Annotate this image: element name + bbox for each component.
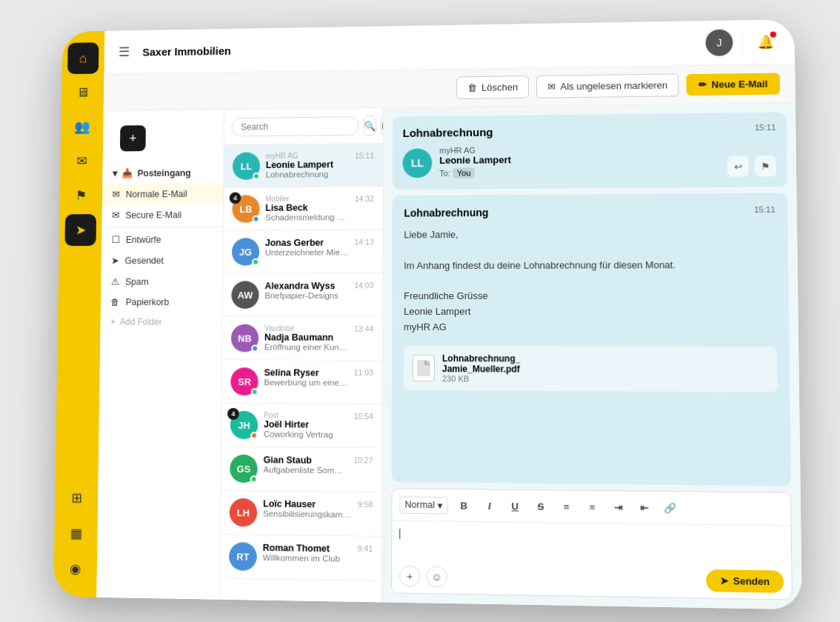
email-source: Vaudoise xyxy=(264,324,348,332)
sidebar-item-monitor[interactable]: 🖥 xyxy=(67,76,98,108)
notification-bell[interactable]: 🔔 xyxy=(752,28,779,56)
email-body-card: Lohnabrechnung 15:11 Liebe Jamie, Im Anh… xyxy=(391,193,790,486)
hamburger-icon[interactable]: ☰ xyxy=(119,44,130,59)
email-item[interactable]: AW Alexandra Wyss Briefpapier-Designs 14… xyxy=(222,273,382,317)
email-time: 10:27 xyxy=(353,455,373,464)
search-input[interactable] xyxy=(231,116,359,136)
email-item[interactable]: SR Selina Ryser Bewerbung um eine Immobi… xyxy=(221,360,382,404)
envelope-icon: ✉ xyxy=(547,81,556,93)
italic-button[interactable]: I xyxy=(480,496,499,516)
sidebar-item-profile[interactable]: ◉ xyxy=(59,552,91,586)
badge-count: 4 xyxy=(230,193,241,204)
status-dot xyxy=(250,475,258,483)
plus-icon: + xyxy=(110,317,116,327)
chevron-icon: ▾ xyxy=(113,168,118,179)
email-sender: Gian Staub xyxy=(264,455,348,466)
link-button[interactable]: 🔗 xyxy=(660,498,680,518)
sidebar-item-users[interactable]: 👥 xyxy=(67,111,99,143)
email-time: 14:13 xyxy=(355,238,374,247)
strikethrough-button[interactable]: S xyxy=(531,496,551,516)
to-badge: You xyxy=(453,168,476,178)
sidebar-item-layers[interactable]: ⊞ xyxy=(61,481,93,514)
status-dot xyxy=(253,173,260,180)
email-subject: Eröffnung einer Kundenbeziehung xyxy=(264,343,348,352)
sender-avatar: LL xyxy=(403,148,433,178)
posteingang-header[interactable]: ▾ 📥 Posteingang xyxy=(102,162,223,184)
status-dot xyxy=(253,215,260,223)
email-sender: Nadja Baumann xyxy=(264,332,348,343)
email-item[interactable]: JG Jonas Gerber Unterzeichneter Mietvert… xyxy=(223,230,383,274)
flag-button[interactable]: ⚑ xyxy=(755,156,776,176)
folder-item-normal[interactable]: ✉ Normale E-Mail xyxy=(102,183,223,204)
send-button[interactable]: ➤ Senden xyxy=(706,569,784,593)
sidebar-item-grid[interactable]: ▦ xyxy=(60,517,92,549)
sidebar-nav: ⌂ 🖥 👥 ✉ ⚑ ➤ ⊞ ▦ ◉ xyxy=(53,31,104,598)
bold-button[interactable]: B xyxy=(454,495,473,515)
email-item[interactable]: NB Vaudoise Nadja Baumann Eröffnung eine… xyxy=(222,317,382,361)
email-item[interactable]: LL myHR AG Leonie Lampert Lohnabrechnung… xyxy=(224,144,383,188)
edit-icon: ✏ xyxy=(699,79,707,90)
emoji-button[interactable]: ☺ xyxy=(426,566,447,587)
sidebar-item-flag[interactable]: ⚑ xyxy=(65,180,97,212)
outdent-button[interactable]: ⇤ xyxy=(634,498,654,518)
folder-item-secure[interactable]: ✉ Secure E-Mail xyxy=(102,204,223,225)
email-subject: Coworking Vertrag xyxy=(264,429,348,439)
new-email-button[interactable]: ✏ Neue E-Mail xyxy=(687,73,780,96)
add-folder-button[interactable]: + Add Folder xyxy=(100,312,221,332)
email-sender: Jonas Gerber xyxy=(265,238,349,248)
email-source: Post xyxy=(264,411,348,420)
email-item[interactable]: LH Loïc Hauser Sensibilisierungskampagne… xyxy=(221,491,382,537)
compose-button[interactable]: + xyxy=(120,125,146,151)
app-title: Saxer Immobilien xyxy=(142,37,698,58)
badge-count: 4 xyxy=(227,408,239,420)
text-cursor xyxy=(399,529,400,539)
sidebar-item-send[interactable]: ➤ xyxy=(64,214,96,246)
email-item[interactable]: RT Roman Thomet Willkommen im Club 9:41 xyxy=(220,535,381,581)
email-body-subject: Lohnabrechnung xyxy=(404,205,775,219)
user-avatar[interactable]: J xyxy=(705,29,733,56)
status-dot xyxy=(251,388,259,395)
email-item[interactable]: LB 4 Mobiler Lisa Beck Schadensmeldung 2… xyxy=(224,187,383,230)
email-subject: Lohnabrechnung xyxy=(266,170,350,179)
reply-footer: + ☺ ➤ Senden xyxy=(392,558,792,599)
chevron-down-icon: ▾ xyxy=(438,499,443,510)
sent-icon: ➤ xyxy=(111,255,119,267)
reply-button[interactable]: ↩ xyxy=(727,156,749,176)
sidebar-item-mail[interactable]: ✉ xyxy=(66,145,98,177)
add-attachment-button[interactable]: + xyxy=(399,565,420,586)
email-header-time: 15:11 xyxy=(755,123,776,132)
attachment-name: Lohnabrechnung_Jamie_Mueller.pdf xyxy=(442,353,521,375)
status-dot xyxy=(251,345,259,352)
sidebar-item-home[interactable]: ⌂ xyxy=(67,42,99,74)
status-dot xyxy=(250,432,258,439)
avatar: SR xyxy=(230,367,259,395)
send-icon: ➤ xyxy=(720,575,729,587)
ordered-list-button[interactable]: ≡ xyxy=(582,497,602,517)
notification-dot xyxy=(770,31,776,37)
folder-item-drafts[interactable]: ☐ Entwürfe xyxy=(101,229,223,250)
email-subject: Briefpapier-Designs xyxy=(264,291,348,300)
sender-org: myHR AG xyxy=(439,145,511,155)
email-sender: Leonie Lampert xyxy=(266,159,349,170)
indent-button[interactable]: ⇥ xyxy=(608,497,628,517)
email-sign-name: Leonie Lampert xyxy=(404,304,776,320)
search-button[interactable]: 🔍 xyxy=(363,116,376,136)
status-dot xyxy=(252,258,259,266)
delete-button[interactable]: 🗑 Löschen xyxy=(456,76,529,99)
underline-button[interactable]: U xyxy=(505,496,525,516)
attachment-card[interactable]: Lohnabrechnung_Jamie_Mueller.pdf 230 KB xyxy=(404,346,778,392)
list-button[interactable]: ≡ xyxy=(556,497,576,517)
format-select[interactable]: Normal ▾ xyxy=(399,496,448,514)
spam-icon: ⚠ xyxy=(111,276,120,287)
email-subject: Aufgabenliste Sommer xyxy=(263,465,347,475)
email-item[interactable]: JH 4 Post Joël Hirter Coworking Vertrag … xyxy=(221,404,382,449)
folder-item-trash[interactable]: 🗑 Papierkorb xyxy=(101,292,222,312)
lock-icon: ✉ xyxy=(112,210,120,221)
folder-item-sent[interactable]: ➤ Gesendet xyxy=(101,250,223,271)
reply-input[interactable] xyxy=(392,521,791,565)
folder-item-spam[interactable]: ⚠ Spam xyxy=(101,271,222,292)
avatar: JG xyxy=(232,238,259,266)
email-subject: Unterzeichneter Mietvertrag xyxy=(265,248,349,257)
email-item[interactable]: GS Gian Staub Aufgabenliste Sommer 10:27 xyxy=(221,447,381,492)
mark-unread-button[interactable]: ✉ Als ungelesen markieren xyxy=(536,73,679,98)
